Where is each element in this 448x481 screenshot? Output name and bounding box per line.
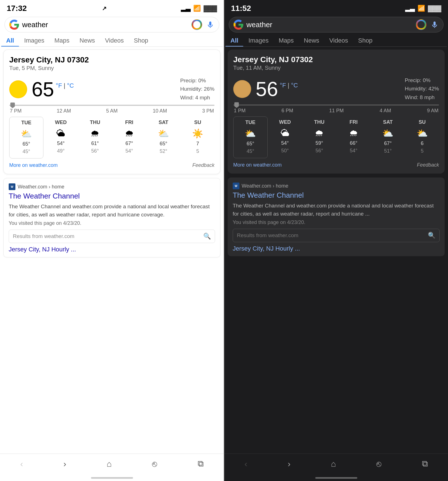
mic-icon-right[interactable]	[430, 20, 439, 29]
tab-videos-left[interactable]: Videos	[100, 34, 129, 46]
weather-main-left: 65 °F | °C Precip: 0% Humidity: 26% Wind…	[9, 76, 214, 102]
back-btn-right[interactable]: ‹	[241, 457, 251, 470]
share-btn-left[interactable]: ⎋	[148, 457, 161, 470]
result-source-left: W Weather.com › home	[9, 183, 215, 190]
wifi-icon-left: 📶	[193, 5, 201, 12]
result-source-right: W Weather.com › home	[233, 183, 440, 189]
nav-arrow-left: ↗	[102, 5, 107, 12]
forecast-day-0-left[interactable]: TUE ⛅ 65°45°	[9, 117, 43, 158]
sun-icon-left	[9, 80, 27, 98]
feedback-left[interactable]: Feedback	[192, 162, 214, 168]
result-title-right[interactable]: The Weather Channel	[233, 191, 440, 200]
home-btn-left[interactable]: ⌂	[103, 457, 116, 470]
search-bar-left[interactable]: weather	[4, 17, 219, 32]
timeline-right[interactable]: 1 PM 6 PM 11 PM 4 AM 9 AM	[233, 104, 439, 114]
forward-btn-left[interactable]: ›	[60, 457, 70, 470]
weather-card-right: Jersey City, NJ 07302 Tue, 11 AM, Sunny …	[228, 50, 445, 174]
search-bar-right[interactable]: weather	[229, 17, 444, 32]
result-desc-right: The Weather Channel and weather.com prov…	[233, 202, 440, 218]
slider-track-right	[233, 104, 439, 106]
forecast-day-2-right[interactable]: THU 🌧 59°56°	[302, 116, 336, 158]
sun-icon-right	[233, 80, 251, 98]
tab-shop-left[interactable]: Shop	[129, 34, 153, 46]
lens-icon-left[interactable]	[192, 19, 202, 30]
share-btn-right[interactable]: ⎋	[372, 457, 385, 470]
more-weather-link-right[interactable]: More on weather.com	[233, 162, 282, 168]
favicon-left: W	[9, 183, 15, 190]
temp-unit-right: °F | °C	[280, 82, 298, 89]
google-logo-left	[9, 20, 19, 30]
tab-all-left[interactable]: All	[1, 34, 19, 46]
google-logo-right	[234, 20, 244, 30]
forecast-day-4-left[interactable]: SAT ⛅ 65°52°	[147, 117, 180, 158]
forecast-day-3-right[interactable]: FRI 🌧 66°54°	[337, 116, 371, 158]
mic-icon-left[interactable]	[206, 20, 214, 29]
forecast-day-2-left[interactable]: THU 🌧 61°56°	[78, 117, 112, 158]
temperature-left: 65	[32, 79, 54, 99]
status-icons-right: ▂▃ 📶 ▓▓▓	[405, 5, 441, 12]
forecast-day-0-right[interactable]: TUE ⛅ 65°45°	[233, 116, 268, 158]
bottom-nav-left: ‹ › ⌂ ⎋ ⧉	[0, 454, 224, 476]
forecast-day-1-right[interactable]: WED 🌥 54°50°	[268, 116, 302, 158]
weather-card-left: Jersey City, NJ 07302 Tue, 5 PM, Sunny 6…	[3, 50, 220, 174]
tab-videos-right[interactable]: Videos	[324, 34, 353, 46]
status-bar-left: 17:32 ↗ ▂▃ 📶 ▓▓▓	[0, 0, 224, 15]
battery-icon-left: ▓▓▓	[204, 5, 217, 12]
tab-maps-left[interactable]: Maps	[49, 34, 74, 46]
wifi-icon-right: 📶	[417, 5, 425, 12]
bottom-nav-right: ‹ › ⌂ ⎋ ⧉	[224, 454, 448, 476]
more-weather-link-left[interactable]: More on weather.com	[9, 162, 58, 168]
signal-icon-left: ▂▃	[181, 5, 190, 12]
status-bar-right: 11:52 ▂▃ 📶 ▓▓▓	[224, 0, 448, 15]
battery-icon-right: ▓▓▓	[428, 5, 441, 12]
location-condition-right: Tue, 11 AM, Sunny	[233, 65, 439, 71]
tabs-btn-left[interactable]: ⧉	[194, 457, 207, 470]
temperature-right: 56	[256, 79, 278, 99]
weather-main-right: 56 °F | °C Precip: 0% Humidity: 42% Wind…	[233, 76, 439, 102]
forecast-day-5-right[interactable]: SU ⛅ 65	[405, 116, 439, 158]
weather-footer-left: More on weather.com Feedback	[9, 162, 214, 168]
result-title-left[interactable]: The Weather Channel	[9, 192, 215, 200]
slider-thumb-left	[10, 102, 15, 108]
search-action-icons-right	[416, 19, 439, 30]
forward-btn-right[interactable]: ›	[284, 457, 295, 470]
forecast-day-4-right[interactable]: SAT ⛅ 67°51°	[371, 116, 405, 158]
lens-icon-right[interactable]	[416, 19, 426, 30]
tab-news-left[interactable]: News	[74, 34, 100, 46]
timeline-labels-left: 7 PM 12 AM 5 AM 10 AM 3 PM	[9, 108, 214, 114]
weather-details-left: Precip: 0% Humidity: 26% Wind: 4 mph	[180, 76, 215, 102]
results-from-box-right[interactable]: Results from weather.com 🔍	[233, 229, 440, 242]
tabs-btn-right[interactable]: ⧉	[418, 457, 432, 470]
scroll-area-right: Jersey City, NJ 07302 Tue, 11 AM, Sunny …	[224, 47, 448, 454]
tabs-right: All Images Maps News Videos Shop	[225, 34, 447, 47]
forecast-day-5-left[interactable]: SU ☀️ 75	[181, 117, 214, 158]
tab-images-left[interactable]: Images	[19, 34, 49, 46]
forecast-row-left: TUE ⛅ 65°45° WED 🌥 54°49° THU 🌧 61°56° F…	[9, 117, 214, 158]
time-left: 17:32	[7, 4, 27, 13]
result-visited-left: You visited this page on 4/23/20.	[9, 220, 215, 226]
left-panel: 17:32 ↗ ▂▃ 📶 ▓▓▓ weather All Images Maps	[0, 0, 224, 481]
signal-icon-right: ▂▃	[405, 5, 415, 12]
forecast-day-3-left[interactable]: FRI 🌧 67°54°	[113, 117, 146, 158]
sub-link-right[interactable]: Jersey City, NJ Hourly ...	[233, 242, 440, 253]
tab-images-right[interactable]: Images	[243, 34, 274, 46]
sub-link-left[interactable]: Jersey City, NJ Hourly ...	[9, 243, 215, 254]
tab-news-right[interactable]: News	[299, 34, 324, 46]
search-action-icons-left	[192, 19, 214, 30]
tab-shop-right[interactable]: Shop	[353, 34, 377, 46]
timeline-labels-right: 1 PM 6 PM 11 PM 4 AM 9 AM	[233, 108, 439, 114]
tab-all-right[interactable]: All	[225, 34, 243, 46]
location-name-left: Jersey City, NJ 07302	[9, 55, 214, 64]
tab-maps-right[interactable]: Maps	[274, 34, 299, 46]
temp-unit-left: °F | °C	[56, 82, 74, 89]
back-btn-left[interactable]: ‹	[16, 457, 27, 470]
location-condition-left: Tue, 5 PM, Sunny	[9, 65, 214, 71]
result-card-right: W Weather.com › home The Weather Channel…	[228, 178, 445, 256]
scroll-area-left: Jersey City, NJ 07302 Tue, 5 PM, Sunny 6…	[0, 47, 224, 454]
results-from-box-left[interactable]: Results from weather.com 🔍	[9, 230, 215, 243]
home-btn-right[interactable]: ⌂	[327, 457, 340, 470]
home-indicator-left	[91, 477, 133, 479]
feedback-right[interactable]: Feedback	[417, 162, 439, 168]
timeline-left[interactable]: 7 PM 12 AM 5 AM 10 AM 3 PM	[9, 105, 214, 114]
forecast-day-1-left[interactable]: WED 🌥 54°49°	[44, 117, 78, 158]
